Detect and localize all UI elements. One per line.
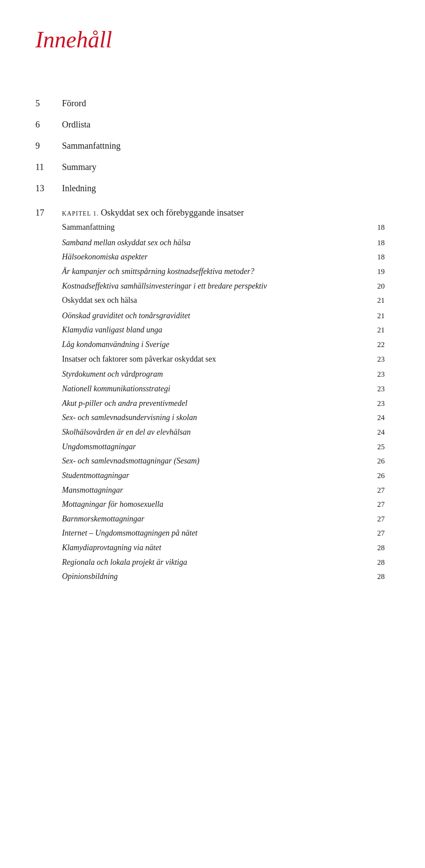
sub-label: Studentmottagningar <box>62 470 373 481</box>
sub-entry-insatser: Insatser och faktorer som påverkar oskyd… <box>62 353 390 365</box>
chapter-title-line: KAPITEL 1. Oskyddat sex och förebyggande… <box>62 208 244 218</box>
sub-page: 20 <box>377 281 390 292</box>
toc-number: 9 <box>35 139 62 152</box>
sub-entry-internet: Internet – Ungdomsmottagningen på nätet … <box>62 527 390 539</box>
sub-page: 21 <box>377 311 390 322</box>
sub-label: Styrdokument och vårdprogram <box>62 368 373 380</box>
sub-entry-kommunikation: Nationell kommunikationsstrategi 23 <box>62 383 390 395</box>
sub-entry-mansmottagningar: Mansmottagningar 27 <box>62 484 390 496</box>
sub-label: Samband mellan oskyddat sex och hälsa <box>62 237 373 248</box>
chapter-1-sub-entries: Sammanfattning 18 Samband mellan oskydda… <box>62 221 390 583</box>
sub-page: 27 <box>377 485 390 496</box>
sub-label: Skolhälsovården är en del av elevhälsan <box>62 426 373 438</box>
sub-label: Oskyddat sex och hälsa <box>62 294 373 306</box>
sub-label: Regionala och lokala projekt är viktiga <box>62 556 373 568</box>
sub-label: Är kampanjer och smittspårning kostnadse… <box>62 266 373 277</box>
sub-label: Internet – Ungdomsmottagningen på nätet <box>62 527 373 539</box>
sub-entry-homosexuella: Mottagningar för homosexuella 27 <box>62 498 390 510</box>
sub-page: 24 <box>377 413 390 424</box>
sub-page: 27 <box>377 514 390 525</box>
sub-label: Kostnadseffektiva samhällsinvesteringar … <box>62 280 373 292</box>
sub-page: 21 <box>377 295 390 306</box>
sub-label: Mansmottagningar <box>62 484 373 496</box>
chapter-label: KAPITEL 1. <box>62 210 101 217</box>
sub-page: 23 <box>377 398 390 409</box>
toc-label: Inledning <box>62 182 96 194</box>
sub-page: 24 <box>377 427 390 438</box>
sub-entry-sammanfattning: Sammanfattning 18 <box>62 221 390 233</box>
sub-page: 18 <box>377 222 390 233</box>
sub-entry-opinionsbildning: Opinionsbildning 28 <box>62 571 390 583</box>
chapter-1-header: 17 KAPITEL 1. Oskyddat sex och förebygga… <box>35 208 390 218</box>
sub-entry-kampanjer: Är kampanjer och smittspårning kostnadse… <box>62 266 390 278</box>
sub-label: Klamydia vanligast bland unga <box>62 324 373 336</box>
sub-label: Klamydiaprovtagning via nätet <box>62 542 373 553</box>
sub-page: 19 <box>377 266 390 278</box>
toc-number: 6 <box>35 118 62 131</box>
sub-entry-skolhalsovard: Skolhälsovården är en del av elevhälsan … <box>62 426 390 438</box>
sub-entry-samband: Samband mellan oskyddat sex och hälsa 18 <box>62 237 390 249</box>
sub-entry-sex-undervisning: Sex- och samlevnadsundervisning i skolan… <box>62 412 390 424</box>
sub-label: Akut p-piller och andra preventivmedel <box>62 397 373 409</box>
sub-label: Opinionsbildning <box>62 571 373 582</box>
toc-label: Förord <box>62 97 86 109</box>
toc-entry-summary: 11 Summary <box>35 161 390 173</box>
sub-label: Nationell kommunikationsstrategi <box>62 383 373 394</box>
sub-entry-ungdomsmottagningar: Ungdomsmottagningar 25 <box>62 441 390 453</box>
toc-label: Sammanfattning <box>62 139 120 152</box>
sub-label: Sex- och samlevnadsmottagningar (Sesam) <box>62 455 373 467</box>
sub-entry-klamydiaprov: Klamydiaprovtagning via nätet 28 <box>62 542 390 554</box>
sub-entry-klamydia: Klamydia vanligast bland unga 21 <box>62 324 390 336</box>
sub-page: 21 <box>377 325 390 336</box>
sub-label: Sex- och samlevnadsundervisning i skolan <box>62 412 373 423</box>
toc-entry-inledning: 13 Inledning <box>35 182 390 194</box>
sub-page: 23 <box>377 384 390 395</box>
sub-page: 22 <box>377 339 390 351</box>
chapter-number: 17 <box>35 208 62 218</box>
sub-page: 28 <box>377 571 390 583</box>
sub-page: 28 <box>377 557 390 568</box>
sub-label: Sammanfattning <box>62 221 373 233</box>
sub-page: 23 <box>377 369 390 380</box>
sub-page: 26 <box>377 456 390 467</box>
sub-entry-kostnadseffektiva: Kostnadseffektiva samhällsinvesteringar … <box>62 280 390 292</box>
sub-page: 25 <box>377 442 390 453</box>
sub-entry-sesam: Sex- och samlevnadsmottagningar (Sesam) … <box>62 455 390 467</box>
sub-entry-studentmottagningar: Studentmottagningar 26 <box>62 470 390 482</box>
sub-page: 27 <box>377 499 390 510</box>
chapter-title-text: Oskyddat sex och förebyggande insatser <box>101 208 244 217</box>
sub-entry-halsoekonomiska: Hälsoekonomiska aspekter 18 <box>62 251 390 263</box>
toc-entry-sammanfattning: 9 Sammanfattning <box>35 139 390 152</box>
sub-page: 27 <box>377 528 390 539</box>
toc-number: 11 <box>35 161 62 173</box>
toc-container: 5 Förord 6 Ordlista 9 Sammanfattning 11 … <box>35 97 390 583</box>
toc-entry-forord: 5 Förord <box>35 97 390 109</box>
sub-entry-styrdokument: Styrdokument och vårdprogram 23 <box>62 368 390 380</box>
toc-entry-ordlista: 6 Ordlista <box>35 118 390 131</box>
sub-page: 18 <box>377 252 390 263</box>
page-title: Innehåll <box>35 27 390 53</box>
sub-page: 28 <box>377 543 390 554</box>
chapter-1-block: 17 KAPITEL 1. Oskyddat sex och förebygga… <box>35 208 390 583</box>
sub-entry-kondom: Låg kondomanvändning i Sverige 22 <box>62 339 390 351</box>
sub-label: Insatser och faktorer som påverkar oskyd… <box>62 353 373 365</box>
sub-entry-oskyddat-halsa: Oskyddat sex och hälsa 21 <box>62 294 390 306</box>
toc-number: 13 <box>35 182 62 194</box>
sub-label: Ungdomsmottagningar <box>62 441 373 452</box>
sub-page: 23 <box>377 354 390 365</box>
sub-entry-regionala: Regionala och lokala projekt är viktiga … <box>62 556 390 568</box>
toc-label: Ordlista <box>62 118 90 131</box>
toc-number: 5 <box>35 97 62 109</box>
sub-entry-ooonskad: Oönskad graviditet och tonårsgraviditet … <box>62 310 390 322</box>
sub-entry-ppiller: Akut p-piller och andra preventivmedel 2… <box>62 397 390 409</box>
sub-label: Låg kondomanvändning i Sverige <box>62 339 373 350</box>
sub-page: 26 <box>377 471 390 482</box>
sub-page: 18 <box>377 238 390 249</box>
sub-label: Hälsoekonomiska aspekter <box>62 251 373 262</box>
toc-label: Summary <box>62 161 97 173</box>
sub-label: Barnmorskemottagningar <box>62 513 373 525</box>
sub-label: Mottagningar för homosexuella <box>62 498 373 510</box>
sub-entry-barnmorske: Barnmorskemottagningar 27 <box>62 513 390 525</box>
sub-label: Oönskad graviditet och tonårsgraviditet <box>62 310 373 321</box>
